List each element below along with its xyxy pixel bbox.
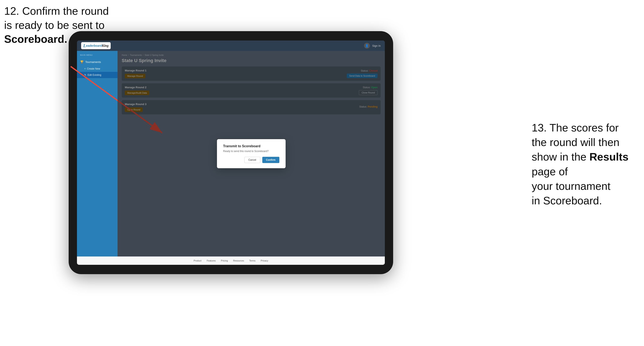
annotation-line3: Scoreboard. bbox=[4, 33, 67, 45]
create-new-label: Create New bbox=[87, 67, 100, 70]
footer-features[interactable]: Features bbox=[207, 259, 216, 262]
main-layout: MAIN MENU 🏆 Tournaments + Create New ✎ E… bbox=[77, 51, 385, 256]
edit-icon: ✎ bbox=[84, 74, 86, 76]
top-nav: L eaderboard King 👤 Sign In bbox=[77, 40, 385, 51]
annotation-top: 12. Confirm the round is ready to be sen… bbox=[4, 4, 109, 46]
annotation-right-line2: the round will then bbox=[532, 136, 620, 148]
cancel-button[interactable]: Cancel bbox=[244, 157, 260, 163]
modal-title: Transmit to Scoreboard bbox=[223, 144, 279, 148]
confirm-button[interactable]: Confirm bbox=[262, 157, 279, 163]
modal-overlay: Transmit to Scoreboard Ready to send thi… bbox=[118, 51, 385, 256]
footer-resources[interactable]: Resources bbox=[233, 259, 244, 262]
sidebar-item-tournaments[interactable]: 🏆 Tournaments bbox=[77, 58, 118, 66]
footer: Product Features Pricing Resources Terms… bbox=[77, 256, 385, 265]
plus-icon: + bbox=[84, 67, 86, 70]
edit-existing-label: Edit Existing bbox=[88, 74, 101, 76]
footer-privacy[interactable]: Privacy bbox=[261, 259, 268, 262]
annotation-right-results: Results bbox=[590, 151, 628, 163]
user-avatar: 👤 bbox=[364, 43, 370, 49]
modal-subtitle: Ready to send this round to Scoreboard? bbox=[223, 150, 279, 153]
sidebar-edit-existing[interactable]: ✎ Edit Existing bbox=[77, 72, 118, 78]
modal-buttons: Cancel Confirm bbox=[223, 157, 279, 163]
annotation-line2: is ready to be sent to bbox=[4, 19, 105, 31]
annotation-right-line6: in Scoreboard. bbox=[532, 195, 602, 207]
footer-terms[interactable]: Terms bbox=[249, 259, 256, 262]
annotation-right-line4rest: page of bbox=[532, 166, 568, 177]
content-area: Home / Tournaments / State U Spring Invi… bbox=[118, 51, 385, 256]
annotation-right-line5: your tournament bbox=[532, 180, 610, 192]
sidebar: MAIN MENU 🏆 Tournaments + Create New ✎ E… bbox=[77, 51, 118, 256]
annotation-right-line3: show in the bbox=[532, 151, 586, 163]
transmit-modal: Transmit to Scoreboard Ready to send thi… bbox=[217, 139, 286, 168]
annotation-right: 13. The scores for the round will then s… bbox=[532, 121, 640, 208]
trophy-icon: 🏆 bbox=[80, 60, 84, 64]
annotation-line1: 12. Confirm the round bbox=[4, 5, 109, 17]
sidebar-tournaments-label: Tournaments bbox=[85, 60, 101, 64]
signin-label[interactable]: Sign In bbox=[372, 44, 381, 47]
annotation-right-line1: 13. The scores for bbox=[532, 122, 618, 134]
tablet-screen: L eaderboard King 👤 Sign In MAIN MENU 🏆 … bbox=[77, 40, 385, 265]
nav-right: 👤 Sign In bbox=[364, 43, 381, 49]
tablet-frame: L eaderboard King 👤 Sign In MAIN MENU 🏆 … bbox=[69, 31, 393, 274]
sidebar-create-new[interactable]: + Create New bbox=[77, 66, 118, 72]
footer-product[interactable]: Product bbox=[194, 259, 202, 262]
footer-pricing[interactable]: Pricing bbox=[221, 259, 228, 262]
main-menu-label: MAIN MENU bbox=[77, 54, 118, 56]
